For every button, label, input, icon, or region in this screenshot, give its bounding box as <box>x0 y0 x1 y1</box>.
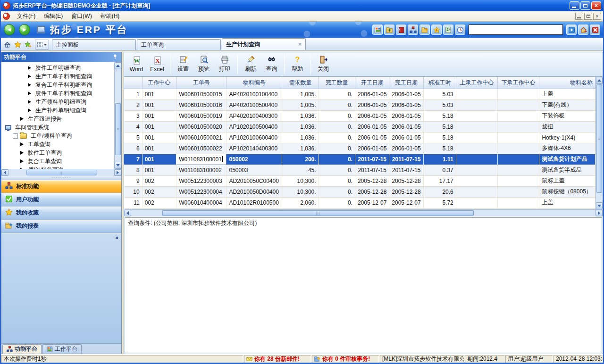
star-1-icon[interactable]: 1 <box>431 25 442 35</box>
cell-开工日期[interactable]: 2005-12-28 <box>355 175 389 186</box>
banner-search-input[interactable] <box>469 25 563 35</box>
scroll-left-icon[interactable] <box>124 210 131 216</box>
cell-标准工时[interactable]: 20.6 <box>423 186 456 197</box>
cell-完工数量[interactable]: 0. <box>319 154 355 165</box>
table-row[interactable]: 8001W01108310000205000345.0.2011-07-1520… <box>124 165 596 175</box>
table-hscroll-thumb[interactable] <box>162 210 474 216</box>
cell-下承工作中心[interactable] <box>498 186 539 197</box>
cell-工作中心[interactable]: 002 <box>142 186 176 197</box>
cell-开工日期[interactable]: 2006-01-05 <box>355 89 389 99</box>
cell-完工数量[interactable]: 0. <box>319 186 355 197</box>
cell-完工日期[interactable]: 2005-12-28 <box>389 186 423 197</box>
cell-完工数量[interactable]: 0. <box>319 89 355 99</box>
cell-开工日期[interactable]: 2005-12-07 <box>355 197 389 208</box>
home-exit-icon[interactable] <box>578 25 588 35</box>
cell-需求数量[interactable]: 10,300. <box>282 186 319 197</box>
table-scroll-thumb[interactable] <box>596 84 602 193</box>
cell-需求数量[interactable]: 200. <box>282 154 319 165</box>
tree-item[interactable]: 车间管理系统 <box>1 123 114 132</box>
forward-button[interactable]: ► <box>19 24 30 35</box>
cell-物料编号[interactable]: AP1020100500400 <box>226 121 282 132</box>
notebook-icon[interactable] <box>396 25 406 35</box>
cell-上承工作中心[interactable] <box>456 89 497 99</box>
cell-工作中心[interactable]: 001 <box>142 110 176 121</box>
menu-item[interactable]: 窗口(W) <box>67 11 96 22</box>
cell-完工数量[interactable]: 0. <box>319 132 355 143</box>
cell-物料编号[interactable]: AP4020100400300 <box>226 110 282 121</box>
tree-scroll-thumb[interactable] <box>115 103 121 155</box>
scroll-right-icon[interactable] <box>596 210 603 216</box>
cell-上承工作中心[interactable] <box>456 99 497 110</box>
cell-完工数量[interactable]: 0. <box>319 99 355 110</box>
sidebar-tab-工作平台[interactable]: 工作平台 <box>42 344 82 354</box>
cell-物料编号[interactable]: AD10102R0100500 <box>226 197 282 208</box>
cell-下承工作中心[interactable] <box>498 143 539 154</box>
cell-需求数量[interactable]: 45. <box>282 165 319 175</box>
cell-物料名称[interactable]: 上盖 <box>539 89 596 99</box>
cell-标准工时[interactable]: 5.18 <box>423 143 456 154</box>
cell-物料编号[interactable]: AD2010050D00400 <box>226 186 282 197</box>
cell-物料编号[interactable]: AP1020140400300 <box>226 143 282 154</box>
tab-close-icon[interactable]: × <box>298 41 302 48</box>
cell-工单号[interactable]: W006010500020 <box>176 121 226 132</box>
cell-上承工作中心[interactable] <box>456 175 497 186</box>
cell-工单号[interactable]: W006010500016 <box>176 99 226 110</box>
cell-物料名称[interactable]: 下盖(有线） <box>539 99 596 110</box>
status-new-mail[interactable]: 你有 28 份新邮件! <box>244 355 311 363</box>
toolbar-预览-button[interactable]: 预览 <box>193 53 214 75</box>
cell-物料编号[interactable]: AD2010050C00400 <box>226 175 282 186</box>
cell-完工日期[interactable]: 2006-01-05 <box>389 132 423 143</box>
cell-上承工作中心[interactable] <box>456 110 497 121</box>
cell-完工日期[interactable]: 2006-01-05 <box>389 121 423 132</box>
cell-完工日期[interactable]: 2005-12-07 <box>389 197 423 208</box>
column-header-标准工时[interactable]: 标准工时 <box>423 77 456 89</box>
column-header-上承工作中心[interactable]: 上承工作中心 <box>456 77 497 89</box>
cell-需求数量[interactable]: 1,036. <box>282 143 319 154</box>
toolbar-设置-button[interactable]: 设置 <box>173 53 193 75</box>
tree-item[interactable]: 生产补料单明细查询 <box>1 106 114 115</box>
cell-需求数量[interactable]: 1,005. <box>282 99 319 110</box>
column-header-物料名称[interactable]: 物料名称 <box>539 77 596 89</box>
cell-标准工时[interactable]: 0.37 <box>423 165 456 175</box>
cell-上承工作中心[interactable] <box>456 143 497 154</box>
cell-工作中心[interactable]: 001 <box>142 99 176 110</box>
scroll-right-icon[interactable] <box>114 169 121 176</box>
scroll-up-icon[interactable] <box>115 62 121 69</box>
red-close-icon[interactable] <box>590 25 600 35</box>
cell-物料名称[interactable]: 旋扭 <box>539 121 596 132</box>
cell-物料名称[interactable]: 鼠标上盖 <box>539 175 596 186</box>
table-row[interactable]: 5001W006010500021AP10201006004001,036.0.… <box>124 132 596 143</box>
toolbar-查询-button[interactable]: 查询 <box>261 53 282 75</box>
cell-完工日期[interactable]: 2011-07-15 <box>389 154 423 165</box>
cell-工单号[interactable]: W006010500022 <box>176 143 226 154</box>
cell-需求数量[interactable]: 10,300. <box>282 175 319 186</box>
cell-工作中心[interactable]: 001 <box>142 143 176 154</box>
tree-item[interactable]: 生产领料单明细查询 <box>1 98 114 106</box>
cell-工作中心[interactable]: 001 <box>142 89 176 99</box>
run-icon[interactable] <box>566 25 577 35</box>
tree-horizontal-scrollbar[interactable] <box>1 169 121 176</box>
more-buttons-chevron[interactable]: » <box>115 235 118 240</box>
cell-标准工时[interactable]: 5.18 <box>423 110 456 121</box>
cell-工单号[interactable]: W006010500015 <box>176 89 226 99</box>
cell-下承工作中心[interactable] <box>498 154 539 165</box>
cell-完工日期[interactable]: 2006-01-05 <box>389 143 423 154</box>
cell-下承工作中心[interactable] <box>498 110 539 121</box>
mdi-close-button[interactable]: × <box>593 13 601 20</box>
menu-item[interactable]: 编辑(E) <box>40 11 67 22</box>
cell-完工日期[interactable]: 2006-01-05 <box>389 110 423 121</box>
cell-需求数量[interactable]: 2,060. <box>282 197 319 208</box>
cell-上承工作中心[interactable] <box>456 197 497 208</box>
cell-物料编号[interactable]: AP1020100600400 <box>226 132 282 143</box>
cell-工单号[interactable]: W006010500021 <box>176 132 226 143</box>
cell-标准工时[interactable]: 5.72 <box>423 197 456 208</box>
splitter-handle[interactable]: ········· <box>1 176 121 180</box>
cell-标准工时[interactable]: 5.03 <box>423 99 456 110</box>
cell-物料编号[interactable]: 050003 <box>226 165 282 175</box>
table-row[interactable]: 3001W006010500019AP40201004003001,036.0.… <box>124 110 596 121</box>
column-header-完工日期[interactable]: 完工日期 <box>389 77 423 89</box>
cell-开工日期[interactable]: 2006-01-05 <box>355 143 389 154</box>
cell-完工日期[interactable]: 2006-01-05 <box>389 99 423 110</box>
folder-up-icon[interactable] <box>384 25 394 35</box>
cell-物料名称[interactable]: 测试备货计划产品 <box>539 154 596 165</box>
